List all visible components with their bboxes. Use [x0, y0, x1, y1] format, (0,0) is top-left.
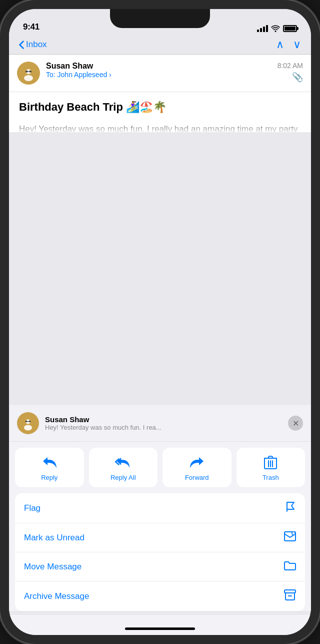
mark-unread-label: Mark as Unread — [24, 533, 84, 543]
forward-label: Forward — [185, 474, 209, 481]
envelope-svg — [284, 531, 296, 541]
email-subject: Birthday Beach Trip 🏄‍♀️🏖️🌴 — [19, 100, 301, 115]
email-fade — [9, 117, 311, 132]
battery-icon — [283, 25, 297, 32]
prev-message-button[interactable]: ∧ — [276, 39, 284, 50]
svg-rect-4 — [29, 71, 32, 73]
move-message-label: Move Message — [24, 562, 82, 572]
nav-arrows: ∧ ∨ — [276, 39, 301, 50]
email-meta: Susan Shaw To: John Appleseed › — [46, 62, 272, 79]
back-chevron-icon — [19, 41, 24, 49]
action-sheet: Susan Shaw Hey! Yesterday was so much fu… — [9, 405, 311, 635]
recipient-name[interactable]: John Appleseed › — [58, 71, 112, 79]
forward-icon — [189, 456, 205, 470]
flag-icon — [285, 501, 296, 515]
flag-menu-item[interactable]: Flag — [15, 493, 305, 523]
signal-icon — [257, 25, 268, 32]
svg-rect-9 — [26, 421, 28, 422]
archive-message-menu-item[interactable]: Archive Message — [15, 581, 305, 611]
preview-info: Susan Shaw Hey! Yesterday was so much fu… — [45, 415, 282, 431]
wifi-icon — [271, 25, 280, 32]
mark-unread-menu-item[interactable]: Mark as Unread — [15, 523, 305, 552]
close-button[interactable]: ✕ — [288, 416, 303, 431]
envelope-icon — [284, 531, 296, 544]
to-label: To: — [46, 71, 56, 79]
trash-button[interactable]: Trash — [236, 448, 306, 487]
svg-rect-10 — [28, 421, 31, 422]
inbox-label: Inbox — [26, 40, 47, 50]
archive-message-label: Archive Message — [24, 591, 89, 601]
bottom-spacer — [9, 615, 311, 635]
flag-label: Flag — [24, 503, 40, 513]
svg-point-18 — [292, 532, 295, 535]
attachment-icon: 📎 — [292, 72, 303, 83]
email-time-area: 8:02 AM 📎 — [278, 62, 303, 83]
reply-arrow-icon — [42, 456, 57, 469]
svg-point-8 — [24, 425, 32, 431]
folder-icon — [284, 560, 296, 573]
sender-avatar — [17, 62, 40, 85]
svg-point-2 — [24, 75, 33, 81]
action-buttons-row: Reply Reply All — [9, 442, 311, 493]
svg-rect-3 — [26, 71, 28, 73]
nav-bar: Inbox ∧ ∨ — [9, 35, 311, 55]
email-header: Susan Shaw To: John Appleseed › 8:02 AM … — [9, 55, 311, 92]
svg-rect-19 — [284, 590, 296, 593]
home-indicator[interactable] — [125, 627, 195, 630]
trash-label: Trash — [262, 474, 279, 481]
notch — [110, 9, 210, 28]
reply-all-button[interactable]: Reply All — [89, 448, 158, 487]
screen: 9:41 — [9, 9, 311, 635]
reply-icon — [42, 456, 58, 470]
reply-all-arrow-icon — [115, 456, 131, 469]
forward-arrow-icon — [190, 456, 204, 469]
preview-avatar-image — [20, 416, 36, 431]
folder-svg — [284, 560, 296, 570]
reply-button[interactable]: Reply — [15, 448, 84, 487]
flag-svg — [285, 501, 296, 512]
preview-header: Susan Shaw Hey! Yesterday was so much fu… — [9, 405, 311, 442]
status-time: 9:41 — [23, 22, 40, 32]
reply-all-label: Reply All — [110, 474, 136, 481]
trash-icon — [262, 456, 278, 470]
status-icons — [257, 25, 297, 32]
recipient-line: To: John Appleseed › — [46, 71, 272, 79]
menu-section: Flag Mark as Unread — [9, 493, 311, 611]
archive-svg — [284, 589, 296, 600]
preview-name: Susan Shaw — [45, 415, 282, 424]
move-message-menu-item[interactable]: Move Message — [15, 552, 305, 581]
preview-avatar — [17, 412, 39, 434]
sender-name: Susan Shaw — [46, 62, 272, 71]
back-button[interactable]: Inbox — [19, 40, 47, 50]
preview-snippet: Hey! Yesterday was so much fun. I rea... — [45, 424, 282, 431]
email-time: 8:02 AM — [278, 62, 303, 70]
next-message-button[interactable]: ∨ — [293, 39, 301, 50]
reply-label: Reply — [41, 474, 58, 481]
phone-frame: 9:41 — [0, 0, 320, 644]
trash-bin-icon — [264, 456, 277, 470]
forward-button[interactable]: Forward — [162, 448, 232, 487]
archive-icon — [284, 589, 296, 603]
avatar-image — [20, 65, 36, 81]
reply-all-icon — [115, 456, 131, 470]
